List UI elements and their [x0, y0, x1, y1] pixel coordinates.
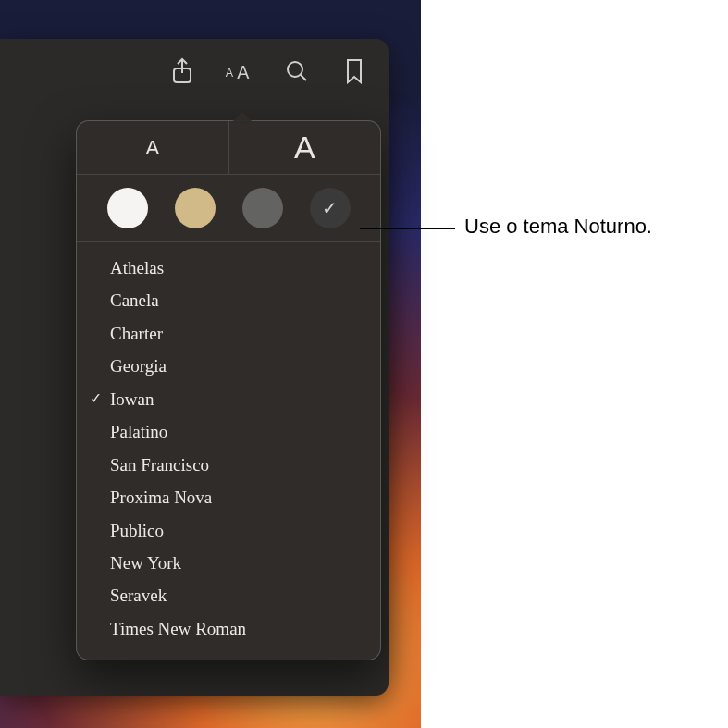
font-item-canela[interactable]: Canela — [77, 284, 380, 316]
search-button[interactable] — [281, 56, 313, 87]
font-item-label: Athelas — [110, 254, 364, 281]
font-item-checkmark: ✓ — [90, 388, 110, 411]
theme-row: ✓ — [77, 175, 380, 242]
svg-text:A: A — [237, 62, 250, 82]
theme-sepia[interactable] — [175, 188, 216, 228]
bookmark-button[interactable] — [339, 56, 370, 87]
font-item-georgia[interactable]: Georgia — [77, 350, 380, 382]
font-item-palatino[interactable]: Palatino — [77, 415, 380, 448]
font-item-label: Seravek — [110, 582, 364, 609]
svg-point-3 — [288, 62, 302, 77]
font-item-label: Times New Roman — [110, 615, 364, 642]
theme-white[interactable] — [107, 188, 148, 228]
font-item-publico[interactable]: Publico — [77, 514, 380, 547]
checkmark-icon: ✓ — [322, 197, 338, 219]
font-item-san-francisco[interactable]: San Francisco — [77, 449, 380, 481]
search-icon — [285, 59, 309, 83]
font-item-label: Charter — [110, 320, 364, 347]
doc-background — [421, 0, 728, 728]
share-button[interactable] — [167, 56, 198, 87]
theme-night[interactable]: ✓ — [310, 188, 351, 228]
font-item-label: Palatino — [110, 418, 364, 445]
reader-toolbar: A A — [167, 56, 370, 87]
decrease-text-size-button[interactable]: A — [77, 121, 229, 174]
bookmark-icon — [344, 58, 364, 84]
font-item-times-new-roman[interactable]: Times New Roman — [77, 612, 380, 645]
increase-text-size-button[interactable]: A — [229, 121, 381, 174]
font-item-proxima-nova[interactable]: Proxima Nova — [77, 481, 380, 513]
font-item-label: New York — [110, 549, 364, 576]
font-item-athelas[interactable]: Athelas — [77, 252, 380, 284]
theme-gray[interactable] — [242, 188, 283, 228]
font-item-label: Iowan — [110, 386, 364, 413]
font-item-seravek[interactable]: Seravek — [77, 579, 380, 611]
share-icon — [170, 57, 194, 85]
font-item-new-york[interactable]: New York — [77, 547, 380, 579]
font-item-label: Canela — [110, 287, 364, 314]
font-item-label: Georgia — [110, 352, 364, 379]
text-size-row: A A — [77, 121, 380, 175]
font-item-charter[interactable]: Charter — [77, 317, 380, 350]
svg-text:A: A — [226, 67, 234, 80]
font-list: AthelasCanelaCharterGeorgia✓IowanPalatin… — [77, 242, 380, 647]
callout-leader-line — [360, 228, 455, 229]
callout-text: Use o tema Noturno. — [464, 215, 652, 239]
screenshot-stage: A A A A — [0, 0, 728, 728]
font-item-iowan[interactable]: ✓Iowan — [77, 383, 380, 415]
appearance-popover: A A ✓ AthelasCanelaCharterGeorgia✓IowanP… — [76, 120, 381, 660]
font-item-label: Publico — [110, 517, 364, 544]
font-item-label: Proxima Nova — [110, 484, 364, 511]
font-item-label: San Francisco — [110, 451, 364, 478]
appearance-button[interactable]: A A — [224, 56, 255, 87]
text-size-icon: A A — [224, 59, 255, 83]
